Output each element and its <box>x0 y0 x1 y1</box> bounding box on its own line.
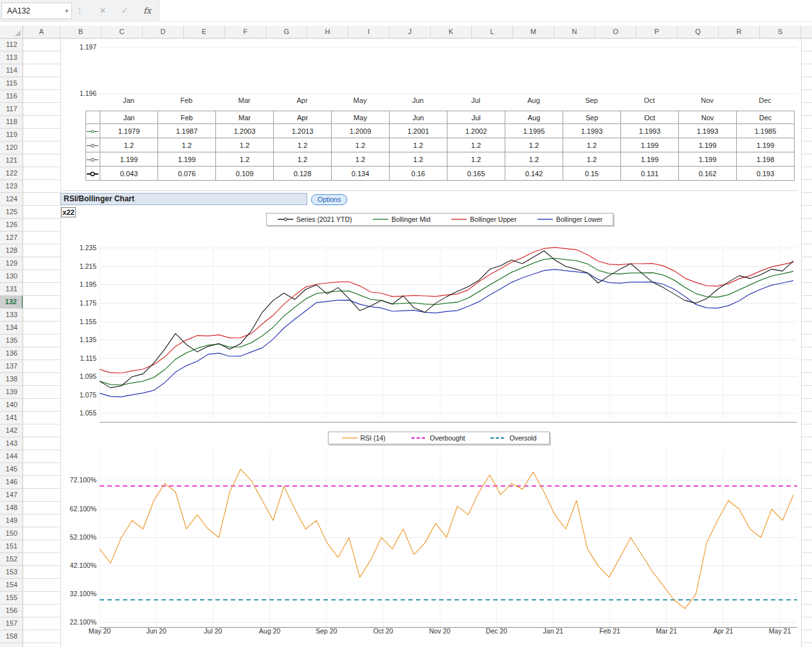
options-button[interactable]: Options <box>311 194 347 205</box>
row-header-131[interactable]: 131 <box>0 283 23 296</box>
column-header-h[interactable]: H <box>307 26 348 38</box>
row-header-150[interactable]: 150 <box>0 527 23 540</box>
column-header-l[interactable]: L <box>472 26 513 38</box>
row-header-121[interactable]: 121 <box>0 154 23 167</box>
row-header-146[interactable]: 146 <box>0 476 23 489</box>
rsi-xlabel: Apr 21 <box>713 627 733 635</box>
row-header-119[interactable]: 119 <box>0 129 23 141</box>
more-options-icon: ⋮ <box>75 0 84 22</box>
column-header-i[interactable]: I <box>348 26 390 38</box>
row-header-141[interactable]: 141 <box>0 412 23 424</box>
column-header-q[interactable]: Q <box>678 26 719 38</box>
row-header-118[interactable]: 118 <box>0 116 23 129</box>
column-header-f[interactable]: F <box>225 26 266 38</box>
table-row: 1.19791.19871.20031.20131.20091.20011.20… <box>86 124 795 138</box>
enter-button[interactable]: ✓ <box>117 0 132 22</box>
row-header-158[interactable]: 158 <box>0 630 23 643</box>
column-header-m[interactable]: M <box>513 26 554 38</box>
row-header-113[interactable]: 113 <box>0 51 23 64</box>
column-header-n[interactable]: N <box>554 26 595 38</box>
row-header-114[interactable]: 114 <box>0 64 23 77</box>
grid-column-a[interactable] <box>23 39 60 647</box>
row-header-115[interactable]: 115 <box>0 77 23 90</box>
column-header-a[interactable]: A <box>23 26 60 38</box>
insert-function-button[interactable]: fx <box>139 0 156 22</box>
row-header-125[interactable]: 125 <box>0 206 23 219</box>
table-cell: 1.2 <box>332 152 390 167</box>
row-header-126[interactable]: 126 <box>0 219 23 232</box>
bollinger-ytick: 1.215 <box>80 262 96 270</box>
row-header-124[interactable]: 124 <box>0 193 23 206</box>
row-header-147[interactable]: 147 <box>0 489 23 502</box>
rsi-xlabel: Aug 20 <box>259 627 280 635</box>
column-header-o[interactable]: O <box>595 26 636 38</box>
bollinger-chart[interactable]: 1.2351.2151.1951.1751.1551.1351.1151.095… <box>60 212 798 423</box>
column-header-g[interactable]: G <box>266 26 307 38</box>
row-header-154[interactable]: 154 <box>0 579 23 592</box>
row-header-129[interactable]: 129 <box>0 257 23 270</box>
row-header-120[interactable]: 120 <box>0 141 23 154</box>
table-col-header-nov: Nov <box>679 111 737 124</box>
row-header-156[interactable]: 156 <box>0 605 23 617</box>
monthly-chart-xlabel: Jun <box>412 96 424 104</box>
row-header-148[interactable]: 148 <box>0 502 23 515</box>
series-bollinger-lower[interactable] <box>100 269 793 397</box>
legend-label: Bollinger Lower <box>556 215 602 223</box>
section-title-cell[interactable]: RSI/Bollinger Chart <box>60 193 307 205</box>
row-header-142[interactable]: 142 <box>0 424 23 437</box>
row-header-123[interactable]: 123 <box>0 180 23 193</box>
name-box-dropdown-icon[interactable]: ▾ <box>65 3 68 19</box>
column-header-s[interactable]: S <box>760 26 801 38</box>
column-header-k[interactable]: K <box>431 26 472 38</box>
formula-input[interactable] <box>159 0 812 21</box>
name-box[interactable]: AA132 ▾ <box>1 3 72 19</box>
row-header-143[interactable]: 143 <box>0 437 23 450</box>
row-header-117[interactable]: 117 <box>0 103 23 116</box>
rsi-legend[interactable]: RSI (14)OverboughtOversold <box>328 432 550 444</box>
row-header-155[interactable]: 155 <box>0 592 23 605</box>
row-header-135[interactable]: 135 <box>0 334 23 347</box>
column-header-c[interactable]: C <box>102 26 143 38</box>
row-header-133[interactable]: 133 <box>0 309 23 322</box>
table-cell: 1.199 <box>100 152 158 167</box>
row-header-151[interactable]: 151 <box>0 540 23 553</box>
rsi-chart[interactable]: 72.100%62.100%52.100%42.100%32.100%22.10… <box>60 423 798 647</box>
column-header-r[interactable]: R <box>719 26 760 38</box>
row-header-134[interactable]: 134 <box>0 322 23 334</box>
select-all-corner[interactable] <box>0 26 23 39</box>
row-header-139[interactable]: 139 <box>0 386 23 399</box>
row-header-136[interactable]: 136 <box>0 347 23 360</box>
row-header-116[interactable]: 116 <box>0 90 23 103</box>
row-header-137[interactable]: 137 <box>0 360 23 373</box>
row-header-145[interactable]: 145 <box>0 463 23 476</box>
row-header-157[interactable]: 157 <box>0 617 23 630</box>
grid-right-strip[interactable] <box>801 39 812 647</box>
series-rsi-14[interactable] <box>100 469 793 609</box>
bollinger-legend[interactable]: Series (2021 YTD)Bollinger MidBollinger … <box>266 213 613 226</box>
row-header-153[interactable]: 153 <box>0 566 23 579</box>
table-cell: 1.1995 <box>505 124 563 138</box>
chart-data-table[interactable]: JanFebMarAprMayJunJulAugSepOctNovDec1.19… <box>86 111 795 181</box>
row-header-152[interactable]: 152 <box>0 553 23 566</box>
row-header-138[interactable]: 138 <box>0 373 23 386</box>
cancel-button[interactable]: ✕ <box>95 0 111 22</box>
row-header-140[interactable]: 140 <box>0 399 23 412</box>
row-header-144[interactable]: 144 <box>0 450 23 463</box>
row-header-112[interactable]: 112 <box>0 39 23 51</box>
column-header-p[interactable]: P <box>636 26 678 38</box>
column-header-d[interactable]: D <box>143 26 184 38</box>
monthly-chart-xlabel: Nov <box>701 96 714 104</box>
legend-key-icon <box>341 435 358 441</box>
series-series-2021-ytd[interactable] <box>100 251 793 388</box>
row-header-128[interactable]: 128 <box>0 244 23 257</box>
column-header-e[interactable]: E <box>184 26 225 38</box>
row-header-122[interactable]: 122 <box>0 167 23 180</box>
table-cell: 1.199 <box>621 152 679 167</box>
column-header-b[interactable]: B <box>60 26 102 38</box>
column-header-j[interactable]: J <box>390 26 431 38</box>
row-header-127[interactable]: 127 <box>0 232 23 244</box>
row-header-149[interactable]: 149 <box>0 515 23 527</box>
row-header-132[interactable]: 132 <box>0 296 23 309</box>
row-header-130[interactable]: 130 <box>0 270 23 283</box>
table-row: 0.0430.0760.1090.1280.1340.160.1650.1420… <box>86 167 795 181</box>
